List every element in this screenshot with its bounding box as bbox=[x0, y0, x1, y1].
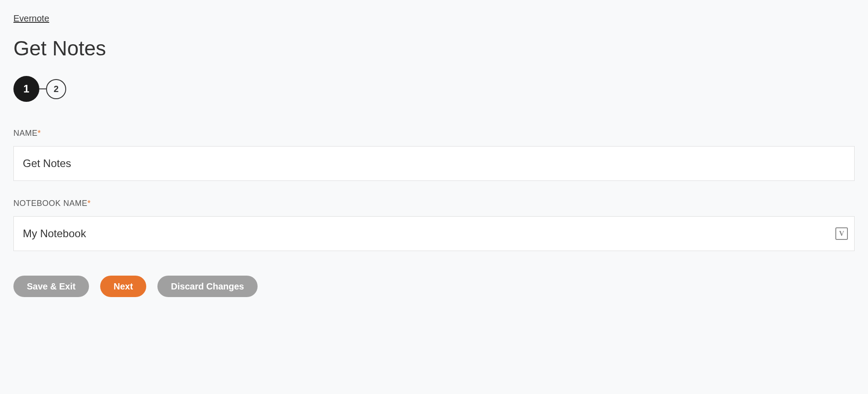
name-input[interactable] bbox=[13, 146, 855, 181]
notebook-label-text: NOTEBOOK NAME bbox=[13, 199, 88, 208]
name-label: NAME* bbox=[13, 129, 855, 138]
step-2[interactable]: 2 bbox=[46, 79, 66, 99]
breadcrumb-link[interactable]: Evernote bbox=[13, 13, 49, 24]
notebook-input[interactable] bbox=[13, 216, 855, 251]
stepper: 1 2 bbox=[13, 76, 855, 102]
name-input-wrapper bbox=[13, 146, 855, 181]
discard-button[interactable]: Discard Changes bbox=[157, 276, 257, 297]
page-title: Get Notes bbox=[13, 36, 855, 60]
form-group-notebook: NOTEBOOK NAME* V bbox=[13, 199, 855, 251]
next-button[interactable]: Next bbox=[100, 276, 146, 297]
variable-picker-icon[interactable]: V bbox=[835, 227, 848, 240]
form-group-name: NAME* bbox=[13, 129, 855, 181]
name-label-text: NAME bbox=[13, 129, 38, 138]
notebook-input-wrapper: V bbox=[13, 216, 855, 251]
required-mark: * bbox=[38, 129, 41, 138]
notebook-label: NOTEBOOK NAME* bbox=[13, 199, 855, 208]
button-row: Save & Exit Next Discard Changes bbox=[13, 276, 855, 297]
step-connector bbox=[39, 88, 46, 89]
save-exit-button[interactable]: Save & Exit bbox=[13, 276, 89, 297]
step-1[interactable]: 1 bbox=[13, 76, 39, 102]
required-mark: * bbox=[88, 199, 91, 208]
